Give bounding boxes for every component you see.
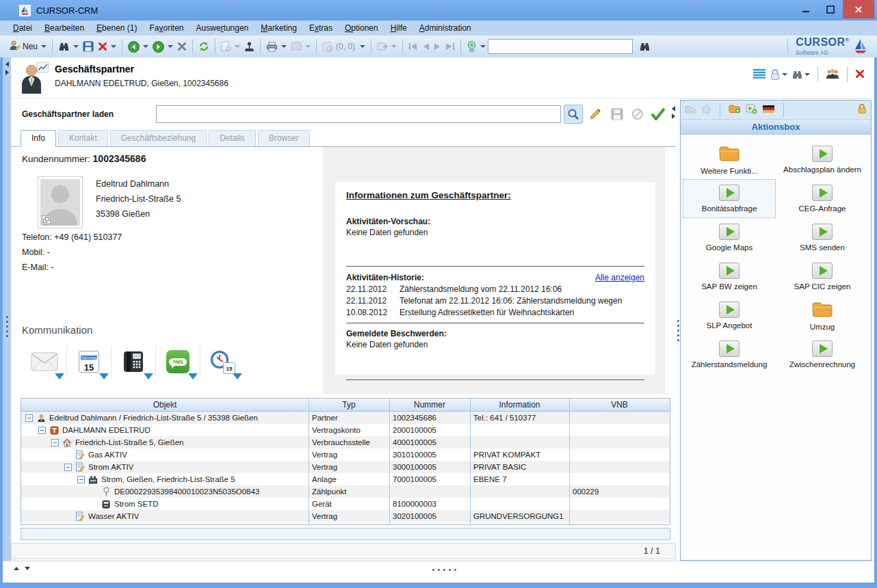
menu-item-hilfe[interactable]: Hilfe: [384, 22, 413, 34]
table-row[interactable]: Wasser AKTIVVertrag3020100005GRUNDVERSOR…: [21, 510, 670, 522]
language-flag-icon[interactable]: [762, 105, 775, 116]
menu-item-extras[interactable]: Extras: [303, 22, 339, 34]
sms-button[interactable]: SMS: [156, 343, 200, 380]
folder-up-button[interactable]: [685, 105, 696, 116]
nav-first-button[interactable]: [406, 38, 420, 55]
left-splitter-handle[interactable]: [6, 316, 8, 337]
column-information[interactable]: Information: [470, 399, 569, 411]
header-search-button[interactable]: [791, 70, 810, 80]
table-row[interactable]: DAHLMANN EDELTRUDVertragskonto2000100005: [21, 424, 670, 436]
tab-geschäftsbeziehung[interactable]: Geschäftsbeziehung: [110, 130, 207, 146]
menu-list-button[interactable]: [753, 69, 765, 81]
table-row[interactable]: Strom AKTIVVertrag3000100005PRIVAT BASIC: [21, 461, 670, 473]
tab-details[interactable]: Details: [209, 130, 256, 146]
group-view-button[interactable]: [826, 68, 839, 81]
action-sap-bw-zeigen[interactable]: SAP BW zeigen: [683, 257, 776, 296]
table-row[interactable]: Gas AKTIVVertrag3010100005PRIVAT KOMPAKT: [21, 449, 670, 461]
contact-photo[interactable]: [38, 176, 83, 228]
calendar-dropdown-icon[interactable]: [99, 373, 109, 379]
process-button[interactable]: [242, 38, 257, 55]
refresh-button[interactable]: [196, 38, 211, 55]
expander-icon[interactable]: [77, 476, 85, 483]
loader-edit-button[interactable]: [586, 105, 605, 124]
table-row[interactable]: Friedrich-List-Straße 5, GießenVerbrauch…: [21, 436, 670, 449]
counter-button[interactable]: (0, 0): [320, 38, 367, 55]
action-slp-angebot[interactable]: SLP Angebot: [683, 296, 776, 335]
action-google-maps[interactable]: Google Maps: [683, 218, 776, 257]
menu-item-favoriten[interactable]: Favoriten: [143, 22, 189, 34]
table-row[interactable]: Strom, Gießen, Friedrich-List-Straße 5An…: [21, 473, 670, 485]
menu-item-ebenen-[interactable]: Ebenen (1): [90, 22, 143, 34]
history-row[interactable]: 22.11.2012Telefonat am 22.11.2012 16:06:…: [346, 295, 644, 307]
sms-dropdown-icon[interactable]: [188, 373, 198, 379]
loader-confirm-button[interactable]: [649, 105, 668, 124]
search-binoculars-button[interactable]: [56, 38, 81, 55]
nav-prev-button[interactable]: [420, 38, 432, 55]
quick-search-input[interactable]: [488, 39, 633, 54]
nav-next-button[interactable]: [432, 38, 443, 55]
expander-icon[interactable]: [38, 427, 46, 434]
home-button[interactable]: [701, 104, 711, 116]
column-vnb[interactable]: VNB: [569, 399, 670, 411]
column-typ[interactable]: Typ: [309, 399, 389, 411]
action-sms-senden[interactable]: SMS senden: [776, 218, 869, 257]
table-row[interactable]: Strom SETDGerät8100000003: [21, 498, 670, 510]
action-umzug[interactable]: Umzug: [776, 296, 869, 335]
action-bonit-tsabfrage[interactable]: Bonitätsabfrage: [683, 179, 776, 218]
tab-browser[interactable]: Browser: [258, 130, 310, 146]
print-button[interactable]: [264, 38, 289, 55]
menu-item-auswertungen[interactable]: Auswertungen: [190, 22, 255, 34]
action-zwischenrechnung[interactable]: Zwischenrechnung: [776, 335, 869, 374]
back-button[interactable]: [126, 38, 150, 55]
history-row[interactable]: 10.08.2012Erstellung Adressetiketten für…: [346, 307, 644, 319]
action-abschlagsplan-ndern[interactable]: Abschlagsplan ändern: [776, 140, 869, 179]
panel-lock-button[interactable]: [857, 103, 867, 116]
save-button[interactable]: [81, 38, 96, 55]
lock-button[interactable]: [770, 68, 787, 81]
photo-change-icon[interactable]: [42, 215, 51, 224]
task-dropdown-icon[interactable]: [233, 373, 242, 379]
action-weitere-funkti[interactable]: Weitere Funkti...: [683, 140, 776, 179]
cancel-button[interactable]: [175, 38, 189, 55]
history-row[interactable]: 22.11.2012Zählerstandsmeldung vom 22.11.…: [346, 284, 644, 295]
maximize-button[interactable]: [818, 0, 843, 18]
loader-collapse-arrows[interactable]: [672, 106, 675, 119]
strip-collapse-arrows[interactable]: [5, 62, 9, 75]
find-button[interactable]: [637, 38, 653, 55]
loader-input[interactable]: [156, 105, 561, 123]
column-nummer[interactable]: Nummer: [389, 399, 470, 411]
menu-item-datei[interactable]: Datei: [7, 22, 38, 34]
table-row[interactable]: Edeltrud Dahlmann / Friedrich-List-Straß…: [21, 412, 670, 424]
close-button[interactable]: [843, 0, 874, 18]
expander-icon[interactable]: [51, 439, 59, 446]
loader-save-button[interactable]: [607, 105, 627, 124]
menu-item-marketing[interactable]: Marketing: [254, 22, 303, 34]
bottom-splitter-handle[interactable]: [432, 569, 456, 571]
new-action-button[interactable]: [746, 104, 757, 116]
loader-cancel-button[interactable]: [628, 105, 647, 124]
loader-search-button[interactable]: [564, 105, 583, 124]
action-sap-cic-zeigen[interactable]: SAP CIC zeigen: [776, 257, 869, 296]
menu-item-administration[interactable]: Administration: [413, 22, 477, 34]
delete-button[interactable]: [96, 38, 118, 55]
export-button[interactable]: [375, 38, 399, 55]
tab-info[interactable]: Info: [21, 130, 56, 147]
menu-item-optionen[interactable]: Optionen: [339, 22, 384, 34]
calendar-button[interactable]: Samstag 15: [67, 343, 111, 380]
phone-button[interactable]: [112, 343, 155, 380]
table-row[interactable]: DE00022935398400010023N5035O0843Zählpunk…: [21, 485, 670, 498]
show-all-link[interactable]: Alle anzeigen: [595, 273, 644, 282]
tab-kontakt[interactable]: Kontakt: [58, 130, 108, 146]
new-button[interactable]: Neu: [7, 38, 49, 55]
menu-item-bearbeiten[interactable]: Bearbeiten: [38, 22, 90, 34]
bottom-collapse-arrows[interactable]: [14, 567, 30, 570]
close-record-button[interactable]: [855, 69, 865, 81]
nav-last-button[interactable]: [443, 38, 457, 55]
left-collapse-strip[interactable]: [3, 57, 11, 561]
column-objekt[interactable]: Objekt: [21, 399, 309, 411]
minimize-button[interactable]: [794, 0, 818, 18]
new-folder-button[interactable]: [729, 104, 741, 116]
expander-icon[interactable]: [64, 464, 72, 471]
preview-button[interactable]: [289, 38, 313, 55]
email-dropdown-icon[interactable]: [55, 373, 64, 379]
